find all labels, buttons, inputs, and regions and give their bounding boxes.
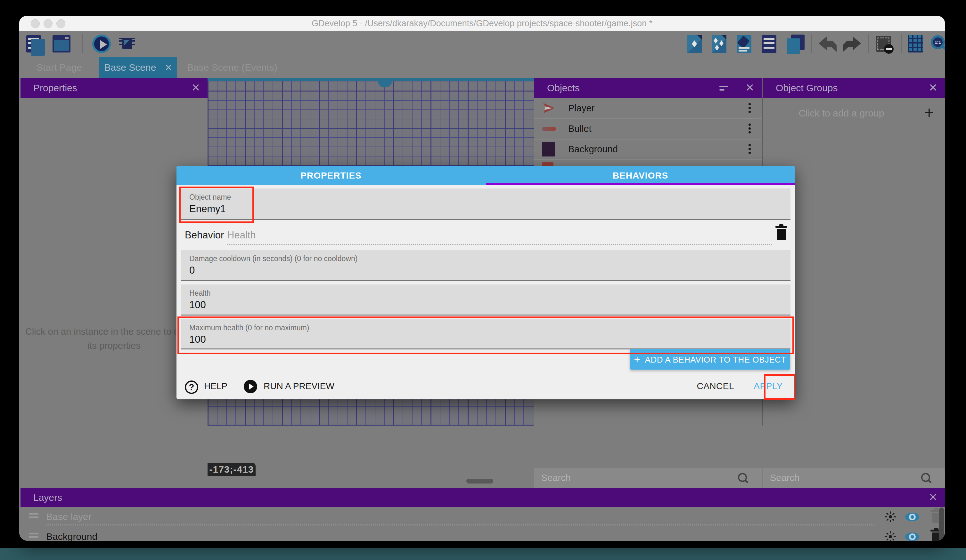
search-placeholder: Search — [770, 468, 800, 488]
panel-title: Object Groups — [776, 78, 838, 98]
help-button[interactable]: HELP — [204, 376, 227, 396]
list-lines — [764, 38, 774, 51]
dialog-tab-properties[interactable]: PROPERTIES — [176, 166, 486, 185]
behavior-name-underline — [227, 244, 772, 245]
search-icon — [921, 473, 930, 482]
close-icon[interactable]: × — [929, 78, 937, 98]
delete-behavior-trash-icon[interactable] — [777, 229, 786, 240]
cursor-coordinates-badge: -173;-413 — [207, 463, 256, 476]
screen: GDevelop 5 - /Users/dkarakay/Documents/G… — [0, 0, 966, 560]
diamond-glyph — [715, 45, 719, 51]
object-row-background[interactable]: Background — [534, 139, 762, 160]
search-icon — [738, 473, 747, 482]
undo-icon[interactable] — [819, 36, 836, 52]
object-name-field[interactable]: Object name Enemy1 — [181, 188, 790, 220]
dialog-tab-behaviors[interactable]: BEHAVIORS — [486, 166, 795, 185]
dialog-footer: ? HELP RUN A PREVIEW CANCEL APPLY — [176, 376, 795, 400]
tab-label: Base Scene — [104, 62, 156, 73]
layer-visibility-eye-icon[interactable] — [905, 532, 919, 541]
layer-front — [787, 38, 800, 54]
add-group-row[interactable]: Click to add a group + — [763, 98, 945, 129]
object-groups-editor-icon[interactable] — [712, 35, 726, 53]
close-icon[interactable]: × — [929, 488, 937, 507]
field-value: 0 — [189, 265, 195, 276]
behavior-label: Behavior — [185, 226, 224, 245]
titlebar: GDevelop 5 - /Users/dkarakay/Documents/G… — [19, 16, 945, 31]
objects-search-field[interactable]: Search — [534, 468, 762, 488]
diamond-glyph — [692, 40, 697, 47]
cancel-button[interactable]: CANCEL — [697, 376, 734, 396]
object-row-player[interactable]: Player — [534, 98, 762, 119]
close-icon[interactable]: × — [165, 57, 172, 78]
object-name: Background — [568, 139, 618, 159]
layer-visibility-eye-icon[interactable] — [905, 513, 919, 521]
window-body — [54, 40, 69, 51]
objects-editor-icon[interactable] — [687, 35, 702, 53]
background-sprite-icon — [542, 142, 555, 157]
diamond-glyph — [714, 38, 718, 44]
project-manager-page — [31, 39, 45, 56]
project-manager-icon[interactable] — [26, 35, 41, 52]
object-menu-dots-icon[interactable] — [749, 144, 751, 146]
debug-icon[interactable] — [118, 34, 136, 53]
tabbar: Start Page Base Scene× Base Scene (Event… — [19, 57, 945, 78]
objects-panel-header: Objects × — [534, 78, 762, 98]
layers-panel-header: Layers × — [20, 488, 945, 507]
filter-icon[interactable] — [720, 86, 728, 93]
toolbar: 1:1 — [19, 31, 945, 57]
add-group-label: Click to add a group — [763, 98, 920, 129]
toolbar-separator — [868, 34, 869, 53]
tab-start-page[interactable]: Start Page — [26, 57, 93, 78]
redo-icon[interactable] — [843, 36, 861, 52]
plus-icon[interactable]: + — [924, 98, 934, 129]
object-name: Bullet — [568, 118, 591, 139]
layer-row-background[interactable]: Background — [20, 527, 945, 541]
panel-title: Properties — [33, 78, 77, 98]
run-preview-icon[interactable] — [244, 380, 257, 393]
object-menu-dots-icon[interactable] — [749, 123, 751, 126]
run-preview-button[interactable]: RUN A PREVIEW — [264, 376, 334, 396]
damage-cooldown-field[interactable]: Damage cooldown (in seconds) (0 for no c… — [181, 250, 790, 281]
doc-corner — [697, 35, 702, 40]
open-properties-panel-icon[interactable] — [762, 35, 776, 53]
object-menu-dots-icon[interactable] — [749, 103, 751, 105]
scene-top-scrollbar[interactable] — [207, 78, 534, 81]
toggle-mask-icon[interactable] — [876, 36, 891, 52]
open-scene-window-icon[interactable] — [53, 35, 71, 52]
bullet-sprite-icon — [542, 127, 556, 131]
player-sprite-icon — [542, 102, 556, 114]
zoom-original-icon[interactable]: 1:1 — [931, 35, 945, 54]
edit-scene-properties-icon[interactable] — [737, 35, 751, 53]
layer-name[interactable]: Base layer — [46, 507, 92, 527]
properties-panel-header: Properties × — [20, 78, 207, 98]
tab-base-scene-events[interactable]: Base Scene (Events)× — [179, 57, 285, 78]
tab-label: Base Scene (Events) — [187, 62, 278, 73]
scene-horizontal-scroll-thumb[interactable] — [467, 479, 493, 483]
annotation-box-maximum-health — [177, 316, 794, 354]
preview-play-icon[interactable] — [92, 34, 111, 53]
layer-row-base-layer[interactable]: Base layer — [20, 507, 945, 527]
doc-corner — [722, 35, 726, 40]
annotation-box-apply — [764, 374, 795, 400]
object-row-bullet[interactable]: Bullet — [534, 118, 762, 139]
close-icon[interactable]: × — [192, 78, 200, 98]
window-dot — [65, 37, 69, 39]
help-icon[interactable]: ? — [185, 380, 198, 394]
layer-name[interactable]: Background — [46, 527, 97, 541]
close-icon[interactable]: × — [746, 78, 754, 98]
toggle-grid-icon[interactable] — [908, 35, 923, 52]
open-layers-panel-icon[interactable] — [787, 34, 805, 54]
pencil-line — [739, 47, 749, 49]
minus-glyph — [886, 48, 892, 50]
groups-search-field[interactable]: Search — [763, 468, 945, 488]
layer-effects-icon[interactable] — [884, 530, 897, 541]
tab-base-scene[interactable]: Base Scene× — [99, 57, 177, 78]
drag-handle-icon[interactable] — [29, 513, 38, 514]
drag-handle-icon[interactable] — [29, 533, 38, 534]
behavior-name-field[interactable]: Health — [227, 226, 256, 245]
health-field[interactable]: Health 100 — [181, 285, 790, 316]
search-placeholder: Search — [541, 468, 571, 488]
layer-effects-icon[interactable] — [884, 511, 897, 523]
diamond-glyph — [720, 40, 723, 46]
layers-scrollbar-thumb[interactable] — [939, 508, 944, 541]
